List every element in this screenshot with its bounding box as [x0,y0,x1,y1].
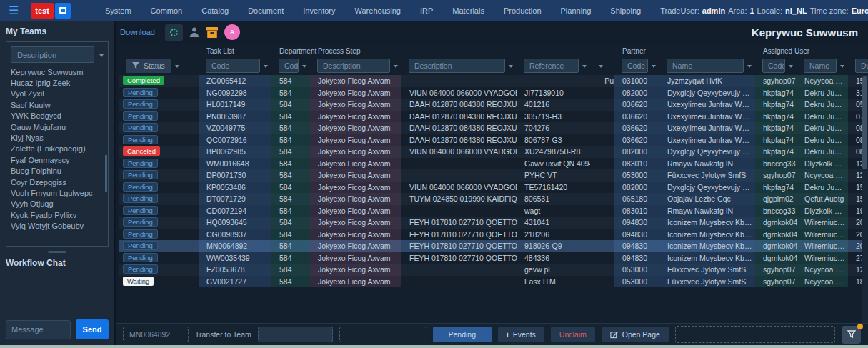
table-row[interactable]: Pending DT0071729 584 Jokyexo Ficog Axva… [119,193,868,205]
table-scrollbar[interactable] [862,75,868,323]
sort-icon[interactable] [509,64,513,68]
table-row[interactable]: Canceled BP0062985 584 Jokyexo Ficog Axv… [119,146,868,158]
table-row[interactable]: Pending WM0016648 584 Jokyexo Ficog Axva… [119,158,868,170]
sort-icon[interactable] [302,64,306,68]
sort-icon[interactable] [599,64,603,68]
team-filter-input[interactable]: Description [11,46,94,63]
team-list-item[interactable]: Saof Kuulw [11,99,104,110]
team-list-item[interactable]: Klyj Nyas [11,132,104,143]
sort-icon[interactable] [175,64,179,68]
comment-field[interactable] [675,326,835,343]
table-row[interactable]: Pending PN0053987 584 Jokyexo Ficog Axva… [119,111,868,123]
menu-item-catalog[interactable]: Catalog [201,6,229,15]
menu-item-irp[interactable]: IRP [420,6,433,15]
sort-icon[interactable] [394,64,398,68]
avatar[interactable]: A [224,24,240,40]
menu-item-document[interactable]: Document [248,6,284,15]
assigned-code-filter[interactable]: Code [762,59,785,73]
filter-funnel-button[interactable] [842,326,861,344]
due-date-filter[interactable]: Du [855,59,868,73]
table-row[interactable]: Pending QC0072916 584 Jokyexo Ficog Axva… [119,134,868,146]
status-filter-button[interactable]: Status [126,59,171,73]
scrollbar-thumb[interactable] [862,76,867,169]
new-window-button[interactable] [55,3,71,19]
claim-user-icon[interactable] [189,26,200,38]
table-body: Completed ZG0065412 584 Jokyexo Ficog Ax… [119,75,868,287]
sort-icon[interactable] [582,64,587,68]
assigned-code-cell: hkpfag74 [755,146,797,158]
table-row[interactable]: Pending HQ0093645 584 Jokyexo Ficog Axva… [119,217,868,229]
test-app-button[interactable]: test [31,3,54,19]
team-list-item[interactable]: Kyok Fyadp Pyllixv [11,209,104,220]
table-row[interactable]: Completed ZG0065412 584 Jokyexo Ficog Ax… [119,75,868,87]
unclaim-button[interactable]: Unclaim [551,327,595,342]
team-list-item[interactable]: Keprywuc Suwwusm [11,66,104,77]
message-input[interactable]: Message [6,320,71,339]
table-row[interactable]: Pending WW0035439 584 Jokyexo Ficog Axva… [119,252,868,264]
team-list-item[interactable]: Fyaf Oenmayscy [11,154,104,165]
teams-scrollbar[interactable] [105,155,107,192]
table-row[interactable]: Pending CG0098937 584 Jokyexo Ficog Axva… [119,229,868,241]
table-row[interactable]: Pending FZ0053678 584 Jokyexo Ficog Axva… [119,264,868,276]
table-row[interactable]: Pending HL0017149 584 Jokyexo Ficog Axva… [119,99,868,111]
process-step-description-filter[interactable]: Description [317,59,390,73]
menu-item-warehousing[interactable]: Warehousing [355,6,401,15]
menu-item-materials[interactable]: Materials [452,6,484,15]
hamburger-menu-icon[interactable]: ☰ [9,5,19,16]
team-list-item[interactable]: Zaletfe (Enikepaeqig) [11,144,104,154]
download-link[interactable]: Download [120,28,155,36]
team-list-item[interactable]: Bueg Folphinu [11,166,104,177]
sort-icon[interactable] [99,53,104,57]
archive-box-icon[interactable] [206,27,219,38]
team-list-item[interactable]: Vyyh Otjuqg [11,199,104,209]
menu-item-inventory[interactable]: Inventory [303,6,335,15]
table-row[interactable]: Pending MN0064892 584 Jokyexo Ficog Axva… [119,240,868,252]
team-list-item[interactable]: Vuoh Fmyum Lgulwepc [11,187,104,198]
partner-name-filter[interactable]: Name [667,59,744,73]
team-list-item[interactable]: Hucaz Iprig Zeek [11,77,104,88]
reference-cell: wagt [517,205,590,217]
menu-item-common[interactable]: Common [151,6,183,15]
sort-icon[interactable] [652,64,656,68]
table-row[interactable]: Pending DP0071730 584 Jokyexo Ficog Axva… [119,169,868,182]
refresh-button[interactable] [165,24,183,41]
open-page-button[interactable]: Open Page [602,327,669,342]
description-filter[interactable]: Description [409,59,505,73]
sort-icon[interactable] [264,64,268,68]
partner-name-cell: Uxexylimeu Junfrav WvjK [659,111,755,123]
status-pending-button[interactable]: Pending [433,327,492,342]
selected-task-code-field[interactable]: MN0064892 [123,327,189,342]
team-list-item[interactable]: YWK Bedgycd [11,111,104,121]
sort-icon[interactable] [747,64,752,68]
menu-item-trade[interactable]: Trade [660,6,680,15]
table-row[interactable]: Pending NG0092298 584 Jokyexo Ficog Axva… [119,87,868,99]
sort-icon[interactable] [840,64,844,68]
bottom-scrollbar-strip[interactable] [0,345,868,348]
team-list-item[interactable]: Qauw Mujufanu [11,121,104,132]
team-list-item[interactable]: Vyol Zyxil [11,89,104,99]
table-row[interactable]: Waiting GV0021727 584 Jokyexo Ficog Axva… [119,276,868,288]
partner-code-filter[interactable]: Code [622,59,648,73]
department-code-filter[interactable]: Code [279,59,299,73]
sort-icon[interactable] [789,64,793,68]
team-list-item[interactable]: Coyr Dzepqgiss [11,177,104,187]
menu-item-shipping[interactable]: Shipping [610,6,641,15]
description-cell [401,205,517,217]
transfer-target-field[interactable] [339,327,426,342]
assigned-name-filter[interactable]: Name [804,59,837,73]
team-list-item[interactable]: Vylq Wotyjt Gobeubv [11,220,104,231]
table-row[interactable]: Pending CD0072194 584 Jokyexo Ficog Axva… [119,205,868,217]
menu-item-production[interactable]: Production [504,6,542,15]
table-row[interactable]: Pending KP0053486 584 Jokyexo Ficog Axva… [119,182,868,194]
events-button[interactable]: i Events [498,327,544,342]
panel-resize-handle[interactable] [48,251,66,253]
menu-item-system[interactable]: System [105,6,131,15]
menu-item-planning[interactable]: Planning [561,6,592,15]
table-row[interactable]: Pending VZ0049775 584 Jokyexo Ficog Axva… [119,122,868,134]
send-button[interactable]: Send [76,319,109,339]
task-list-code-filter[interactable]: Code [206,59,260,73]
transfer-team-field[interactable] [258,327,333,342]
reference-filter[interactable]: Reference [524,59,579,73]
assigned-code-cell: sgyhop07 [755,75,797,87]
locale-value: nl_NL [785,6,807,15]
